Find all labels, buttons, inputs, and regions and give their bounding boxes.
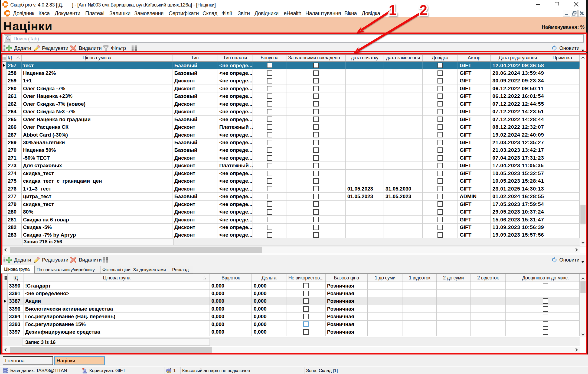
svg-text:2: 2 [420,2,427,18]
svg-text:1: 1 [389,2,396,18]
